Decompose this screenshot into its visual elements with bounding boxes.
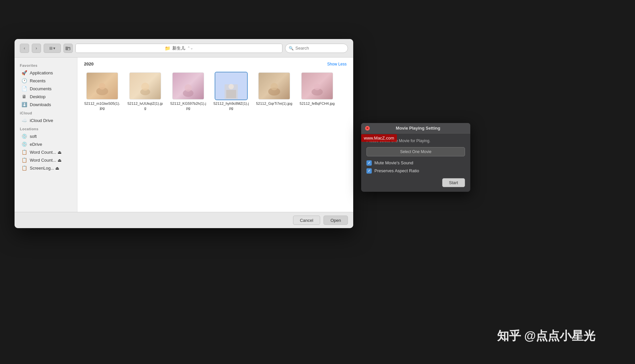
sidebar-item-label: iCloud Drive <box>30 118 53 123</box>
movie-panel-body: Please select one Movie for Playing. Sel… <box>361 134 470 192</box>
cancel-button[interactable]: Cancel <box>293 216 320 225</box>
search-icon: 🔍 <box>289 46 294 51</box>
file-item[interactable]: 52112_feBqFCH4.jpg <box>299 72 335 111</box>
downloads-icon: ⬇️ <box>21 102 27 107</box>
toolbar: ‹ › ⊞▾ 📁 新生儿 ⌃⌄ 🔍 <box>15 39 353 58</box>
aspect-option[interactable]: ✓ Preserves Aspect Ratio <box>366 168 465 174</box>
sidebar-item-label: Downloads <box>30 102 51 107</box>
svg-point-5 <box>99 83 106 90</box>
file-thumbnail <box>215 72 247 100</box>
svg-rect-1 <box>65 47 68 48</box>
sidebar-item-desktop[interactable]: 🖥 Desktop <box>16 93 76 101</box>
file-name: 52112_hyh9c8MZ(1).jpg <box>213 101 249 111</box>
wc1-icon: 📋 <box>21 149 27 155</box>
check-icon: ✓ <box>368 169 370 173</box>
mute-label: Mute Movie's Sound <box>374 160 413 165</box>
sidebar-item-label: Word Count... ⏏ <box>30 158 62 163</box>
section-header: 2020 Show Less <box>77 58 353 69</box>
file-item[interactable]: 52112_lvUUkqIZ(1).jpg <box>127 72 163 111</box>
sidebar-item-soft[interactable]: 💿 soft <box>16 132 76 140</box>
file-item[interactable]: 52112_m1GkeS05(1).jpg <box>84 72 120 111</box>
view-toggle-button[interactable]: ⊞▾ <box>44 44 61 53</box>
sidebar-item-label: eDrive <box>30 142 42 147</box>
sidebar: Favorites 🚀 Applications 🕐 Recents 📄 Doc… <box>15 58 77 212</box>
icloud-label: iCloud <box>15 108 77 116</box>
folder-icon: 📁 <box>165 46 170 51</box>
sidebar-item-label: Recents <box>30 78 46 83</box>
check-icon: ✓ <box>368 161 370 165</box>
file-item[interactable]: 52112_hyh9c8MZ(1).jpg <box>213 72 249 111</box>
sidebar-item-label: Applications <box>30 70 53 75</box>
svg-point-9 <box>185 84 192 92</box>
svg-point-7 <box>141 83 149 91</box>
section-title: 2020 <box>84 61 94 66</box>
sidebar-item-edrive[interactable]: 💿 eDrive <box>16 140 76 148</box>
applications-icon: 🚀 <box>21 70 27 75</box>
movie-panel: ✕ Movie Playing Setting Please select on… <box>361 123 470 192</box>
path-selector[interactable]: 📁 新生儿 ⌃⌄ <box>75 44 282 53</box>
file-name: 52112_feBqFCH4.jpg <box>300 101 335 106</box>
aspect-checkbox[interactable]: ✓ <box>366 168 372 174</box>
panel-options: ✓ Mute Movie's Sound ✓ Preserves Aspect … <box>366 160 465 174</box>
forward-button[interactable]: › <box>32 44 41 53</box>
file-item[interactable]: 52112_KG597b2h(1).jpg <box>170 72 206 111</box>
panel-title: Movie Playing Setting <box>370 126 466 131</box>
desktop-icon: 🖥 <box>21 94 27 99</box>
show-less-button[interactable]: Show Less <box>327 62 347 66</box>
svg-point-16 <box>314 84 320 90</box>
locations-label: Locations <box>15 124 77 132</box>
sidebar-item-applications[interactable]: 🚀 Applications <box>16 69 76 77</box>
dialog-body: Favorites 🚀 Applications 🕐 Recents 📄 Doc… <box>15 58 353 212</box>
sidebar-item-downloads[interactable]: ⬇️ Downloads <box>16 101 76 108</box>
panel-footer: Start <box>366 178 465 187</box>
soft-icon: 💿 <box>21 134 27 139</box>
file-thumbnail <box>301 72 333 100</box>
file-thumbnail <box>258 72 290 100</box>
chevron-icon: ⌃⌄ <box>187 46 193 50</box>
sidebar-item-word-count-2[interactable]: 📋 Word Count... ⏏ <box>16 156 76 164</box>
svg-point-14 <box>271 83 278 90</box>
file-name: 52112_KG597b2h(1).jpg <box>170 101 206 111</box>
sidebar-item-documents[interactable]: 📄 Documents <box>16 85 76 93</box>
sidebar-item-icloud-drive[interactable]: ☁️ iCloud Drive <box>16 116 76 124</box>
back-button[interactable]: ‹ <box>20 44 29 53</box>
mute-option[interactable]: ✓ Mute Movie's Sound <box>366 160 465 166</box>
edrive-icon: 💿 <box>21 142 27 147</box>
screenlog-icon: 📋 <box>21 165 27 171</box>
wc2-icon: 📋 <box>21 157 27 163</box>
file-thumbnail <box>172 72 204 100</box>
start-button[interactable]: Start <box>442 178 465 187</box>
movie-select-dropdown[interactable]: Select One Movie <box>366 147 465 156</box>
search-input[interactable] <box>295 46 344 51</box>
site-overlay: www.MacZ.com <box>361 134 397 142</box>
aspect-label: Preserves Aspect Ratio <box>374 168 419 173</box>
svg-rect-12 <box>226 90 236 98</box>
sidebar-item-screenlog[interactable]: 📋 ScreenLog... ⏏ <box>16 164 76 172</box>
file-thumbnail <box>86 72 118 100</box>
file-name: 52112_lvUUkqIZ(1).jpg <box>127 101 163 111</box>
sidebar-item-recents[interactable]: 🕐 Recents <box>16 77 76 85</box>
recents-icon: 🕐 <box>21 78 27 83</box>
sidebar-item-word-count-1[interactable]: 📋 Word Count... ⏏ <box>16 148 76 156</box>
file-dialog: ‹ › ⊞▾ 📁 新生儿 ⌃⌄ 🔍 Favorites <box>15 39 353 228</box>
sidebar-item-label: Desktop <box>30 94 46 99</box>
file-name: 52112_m1GkeS05(1).jpg <box>84 101 120 111</box>
sidebar-item-label: ScreenLog... ⏏ <box>30 166 59 171</box>
sidebar-item-label: Word Count... ⏏ <box>30 150 62 155</box>
sidebar-item-label: Documents <box>30 86 52 91</box>
file-name: 52112_GqrTi7ei(1).jpg <box>256 101 292 106</box>
file-thumbnail <box>129 72 161 100</box>
watermark: 知乎 @点点小星光 <box>497 328 595 344</box>
close-icon: ✕ <box>366 127 369 130</box>
close-button[interactable]: ✕ <box>365 126 370 131</box>
dropdown-label: Select One Movie <box>400 149 432 154</box>
main-content: 2020 Show Less 52112_m1GkeS05(1).jpg <box>77 58 353 212</box>
file-item[interactable]: 52112_GqrTi7ei(1).jpg <box>256 72 292 111</box>
search-box[interactable]: 🔍 <box>285 44 348 53</box>
path-label: 新生儿 <box>172 45 185 51</box>
mute-checkbox[interactable]: ✓ <box>366 160 372 166</box>
new-folder-button[interactable] <box>64 44 73 53</box>
open-button[interactable]: Open <box>323 216 348 225</box>
svg-point-11 <box>229 84 234 89</box>
sidebar-item-label: soft <box>30 134 37 139</box>
